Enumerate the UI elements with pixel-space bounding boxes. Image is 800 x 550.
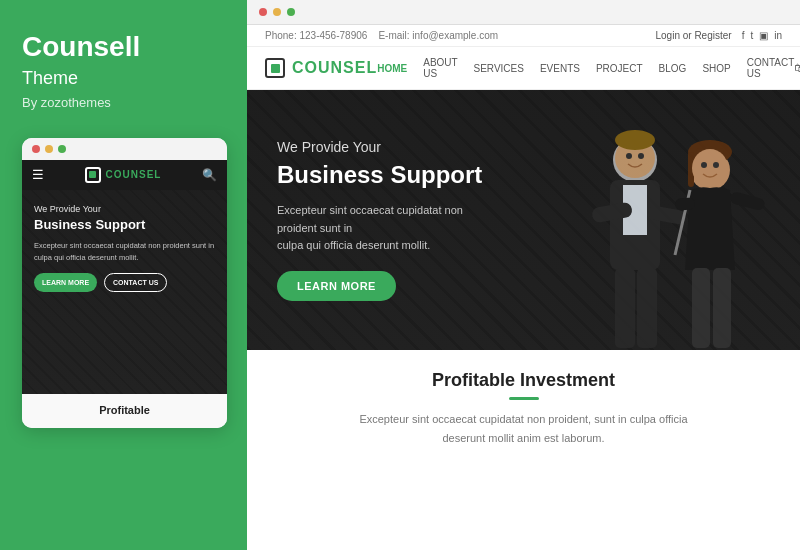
right-panel: Phone: 123-456-78906 E-mail: info@exampl… bbox=[247, 0, 800, 550]
contact-info: Phone: 123-456-78906 E-mail: info@exampl… bbox=[265, 30, 498, 41]
dot-yellow bbox=[45, 145, 53, 153]
bottom-section-desc: Excepteur sint occaecat cupidatat non pr… bbox=[344, 410, 704, 447]
phone-hero: We Provide Your Business Support Excepte… bbox=[22, 190, 227, 394]
people-svg bbox=[480, 90, 800, 350]
nav-about[interactable]: ABOUT US bbox=[423, 57, 457, 79]
svg-point-8 bbox=[615, 130, 655, 150]
woman-figure bbox=[675, 140, 766, 348]
phone-top-bar bbox=[22, 138, 227, 160]
login-link[interactable]: Login or Register bbox=[655, 30, 731, 41]
site-logo-box bbox=[265, 58, 285, 78]
phone-bottom-title: Profitable bbox=[34, 404, 215, 416]
facebook-icon[interactable]: f bbox=[742, 30, 745, 41]
site-bottom-section: Profitable Investment Excepteur sint occ… bbox=[247, 350, 800, 550]
phone-hero-tagline: We Provide Your bbox=[34, 204, 215, 214]
svg-rect-17 bbox=[713, 268, 731, 348]
site-top-bar: Phone: 123-456-78906 E-mail: info@exampl… bbox=[247, 25, 800, 47]
browser-dot-red bbox=[259, 8, 267, 16]
site-logo-inner bbox=[271, 64, 280, 73]
dot-red bbox=[32, 145, 40, 153]
phone-logo: COUNSEL bbox=[85, 167, 162, 183]
svg-point-10 bbox=[638, 153, 644, 159]
hero-tagline: We Provide Your bbox=[277, 139, 494, 155]
site-logo-text: COUNSEL bbox=[292, 59, 377, 77]
bottom-section-title: Profitable Investment bbox=[265, 370, 782, 391]
theme-title: Counsell bbox=[22, 30, 140, 64]
phone-contact-button[interactable]: CONTACT US bbox=[104, 273, 167, 292]
phone-search-icon[interactable]: 🔍 bbox=[202, 168, 217, 182]
hero-title: Business Support bbox=[277, 161, 494, 190]
cart-icon[interactable]: 🛍 bbox=[794, 61, 800, 75]
social-icons: f t ▣ in bbox=[742, 30, 782, 41]
instagram-icon[interactable]: ▣ bbox=[759, 30, 768, 41]
hamburger-icon[interactable]: ☰ bbox=[32, 167, 44, 182]
nav-icon-group: 🛍 🔍 bbox=[794, 61, 800, 75]
site-nav-links: HOME ABOUT US SERVICES EVENTS PROJECT BL… bbox=[377, 57, 794, 79]
hero-learn-more-button[interactable]: LEARN MORE bbox=[277, 271, 396, 301]
linkedin-icon[interactable]: in bbox=[774, 30, 782, 41]
hero-people-illustration bbox=[480, 90, 800, 350]
browser-dot-green bbox=[287, 8, 295, 16]
twitter-icon[interactable]: t bbox=[750, 30, 753, 41]
svg-rect-3 bbox=[615, 268, 635, 348]
svg-point-20 bbox=[692, 149, 728, 187]
hero-content: We Provide Your Business Support Excepte… bbox=[247, 139, 524, 301]
nav-shop[interactable]: SHOP bbox=[702, 63, 730, 74]
svg-rect-16 bbox=[692, 268, 710, 348]
nav-blog[interactable]: BLOG bbox=[659, 63, 687, 74]
website-preview: Phone: 123-456-78906 E-mail: info@exampl… bbox=[247, 25, 800, 550]
phone-learn-more-button[interactable]: LEARN MORE bbox=[34, 273, 97, 292]
phone-info: Phone: 123-456-78906 bbox=[265, 30, 367, 41]
phone-hero-buttons: LEARN MORE CONTACT US bbox=[34, 273, 215, 292]
theme-subtitle: Theme bbox=[22, 68, 78, 89]
left-panel: Counsell Theme By zozothemes ☰ COUNSEL 🔍 bbox=[0, 0, 247, 550]
browser-dot-yellow bbox=[273, 8, 281, 16]
nav-project[interactable]: PROJECT bbox=[596, 63, 643, 74]
site-navbar: COUNSEL HOME ABOUT US SERVICES EVENTS PR… bbox=[247, 47, 800, 90]
site-hero: We Provide Your Business Support Excepte… bbox=[247, 90, 800, 350]
phone-mockup: ☰ COUNSEL 🔍 We Provide Your Business Sup… bbox=[22, 138, 227, 428]
svg-rect-4 bbox=[637, 268, 657, 348]
browser-chrome bbox=[247, 0, 800, 25]
svg-point-9 bbox=[626, 153, 632, 159]
phone-logo-inner bbox=[89, 171, 96, 178]
man-figure bbox=[591, 130, 687, 348]
dot-green bbox=[58, 145, 66, 153]
phone-bottom-section: Profitable bbox=[22, 394, 227, 428]
svg-point-22 bbox=[713, 162, 719, 168]
nav-services[interactable]: SERVICES bbox=[474, 63, 524, 74]
phone-hero-title: Business Support bbox=[34, 217, 215, 234]
phone-navbar: ☰ COUNSEL 🔍 bbox=[22, 160, 227, 190]
top-right-area: Login or Register f t ▣ in bbox=[655, 30, 782, 41]
nav-contact[interactable]: CONTACT US bbox=[747, 57, 794, 79]
site-logo: COUNSEL bbox=[265, 58, 377, 78]
nav-home[interactable]: HOME bbox=[377, 63, 407, 74]
svg-rect-18 bbox=[729, 191, 766, 212]
nav-events[interactable]: EVENTS bbox=[540, 63, 580, 74]
theme-author: By zozothemes bbox=[22, 95, 111, 110]
bottom-divider bbox=[509, 397, 539, 400]
hero-description: Excepteur sint occaecat cupidatat non pr… bbox=[277, 202, 494, 255]
phone-logo-box bbox=[85, 167, 101, 183]
svg-point-21 bbox=[701, 162, 707, 168]
email-info: E-mail: info@example.com bbox=[378, 30, 498, 41]
phone-brand-text: COUNSEL bbox=[106, 169, 162, 180]
phone-hero-desc: Excepteur sint occaecat cupidatat non pr… bbox=[34, 240, 215, 263]
